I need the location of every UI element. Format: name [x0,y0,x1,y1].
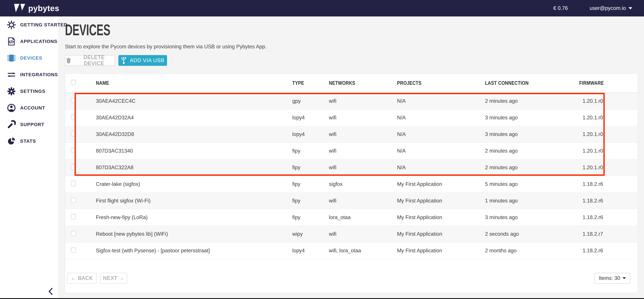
sidebar-item-stats[interactable]: STATS [0,133,58,150]
cell-name: 30AEA42D32A4 [96,115,292,121]
row-checkbox-cell [65,181,96,188]
column-header-type[interactable]: TYPE [292,80,329,86]
sidebar-item-settings[interactable]: SETTINGS [0,83,58,100]
row-checkbox-cell [65,148,96,154]
cell-last-connection: 5 minutes ago [485,181,579,187]
items-per-page-label: Items: 30 [599,275,620,281]
column-header-last-connection[interactable]: LAST CONNECTION [485,80,579,86]
sidebar-collapse-button[interactable] [47,288,54,295]
cell-firmware: 1.20.1.r0 [579,131,638,137]
cell-firmware: 1.18.2.r6 [579,181,638,187]
cell-name: 30AEA42CEC4C [96,98,292,104]
code-document-icon [7,37,16,46]
sidebar-item-label: APPLICATIONS [20,39,58,44]
cell-type: wipy [292,231,329,237]
cell-projects: My First Application [397,214,485,220]
add-via-usb-button[interactable]: ADD VIA USB [118,55,167,66]
sidebar-item-label: ACCOUNT [20,105,45,111]
row-checkbox[interactable] [71,131,76,136]
pie-chart-icon [7,137,16,146]
cell-last-connection: 2 months ago [485,248,579,254]
chip-icon [7,54,16,62]
main-content: DEVICES Start to explore the Pycom devic… [58,16,644,299]
table-row[interactable]: 807D3AC322A8fipywifiN/A2 minutes ago1.20… [65,159,638,176]
row-checkbox[interactable] [71,214,76,220]
table-row[interactable]: 30AEA42CEC4CgpywifiN/A2 minutes ago1.20.… [65,93,638,110]
row-checkbox[interactable] [71,247,76,253]
cell-networks: wifi [329,115,397,121]
cell-projects: My First Application [397,231,485,237]
cell-name: Crater-lake (sigfox) [96,181,292,187]
items-per-page-dropdown[interactable]: Items: 30 [594,273,630,284]
cell-projects: My First Application [397,181,485,187]
cell-last-connection: 2 minutes ago [485,98,579,104]
table-row[interactable]: 30AEA42D32A4lopy4wifiN/A3 minutes ago1.2… [65,110,638,126]
cell-last-connection: 2 minutes ago [485,164,579,170]
row-checkbox[interactable] [71,114,76,120]
row-checkbox-cell [65,164,96,171]
cell-projects: My First Application [397,198,485,204]
cell-name: Fresh-new-fipy (LoRa) [96,214,292,220]
pybytes-logo[interactable]: pybytes [14,4,59,13]
row-checkbox[interactable] [71,148,76,153]
sun-icon [7,20,16,29]
cell-name: 807D3AC322A8 [96,164,292,170]
devices-table-card: NAME TYPE NETWORKS PROJECTS LAST CONNECT… [65,74,638,293]
cell-projects: N/A [397,164,485,170]
sidebar: GETTING STARTED APPLICATIONS [0,16,58,299]
gear-icon [7,87,16,96]
sidebar-item-label: SETTINGS [20,89,45,94]
sidebar-item-applications[interactable]: APPLICATIONS [0,33,58,50]
cell-firmware: 1.18.2.r6 [579,198,638,204]
table-row[interactable]: 30AEA42D32D8lopy4wifiN/A3 minutes ago1.2… [65,126,638,143]
window-bottom-edge [0,298,644,299]
row-checkbox[interactable] [71,181,76,186]
row-checkbox[interactable] [71,231,76,236]
delete-device-button[interactable]: DELETE DEVICE [65,55,115,66]
table-row[interactable]: First flight sigfox (Wi-Fi)fipywifiMy Fi… [65,192,638,209]
table-row[interactable]: Reboot [new pybytes lib] (WiFi)wipywifiM… [65,226,638,242]
table-row[interactable]: Crater-lake (sigfox)fipysigfoxMy First A… [65,176,638,192]
column-header-networks[interactable]: NETWORKS [329,80,397,86]
cell-last-connection: 3 minutes ago [485,115,579,121]
sidebar-item-getting-started[interactable]: GETTING STARTED [0,16,58,33]
table-row[interactable]: Sigfox-test (with Pysense) - [pastoor pe… [65,242,638,259]
trash-icon [66,58,71,64]
table-body: 30AEA42CEC4CgpywifiN/A2 minutes ago1.20.… [65,93,638,259]
user-menu[interactable]: user@pycom.io [590,5,632,11]
sidebar-item-label: SUPPORT [20,122,44,127]
cell-last-connection: 1 minutes ago [485,198,579,204]
table-row[interactable]: Fresh-new-fipy (LoRa)fipylora_otaaMy Fir… [65,209,638,226]
column-header-firmware[interactable]: FIRMWARE [579,80,638,86]
sidebar-item-account[interactable]: ACCOUNT [0,100,58,116]
pagination: ← BACK NEXT → [67,273,127,284]
cell-name: Reboot [new pybytes lib] (WiFi) [96,231,292,237]
sidebar-item-integrations[interactable]: INTEGRATIONS [0,66,58,83]
back-button[interactable]: ← BACK [67,273,97,284]
row-checkbox[interactable] [71,198,76,203]
next-button[interactable]: NEXT → [100,273,127,284]
select-all-checkbox[interactable] [71,80,76,85]
sidebar-item-support[interactable]: SUPPORT [0,116,58,133]
sidebar-item-label: INTEGRATIONS [20,72,58,78]
user-icon [7,104,16,112]
cell-last-connection: 3 minutes ago [485,131,579,137]
page-subtitle: Start to explore the Pycom devices by pr… [65,44,644,50]
row-checkbox-cell [65,247,96,254]
column-header-projects[interactable]: PROJECTS [397,80,485,86]
cell-name: 30AEA42D32D8 [96,131,292,137]
row-checkbox-cell [65,214,96,221]
row-checkbox[interactable] [71,98,76,103]
cell-firmware: 1.20.1.r0 [579,164,638,170]
table-row[interactable]: 807D3AC31340fipywifiN/A2 minutes ago1.20… [65,143,638,159]
row-checkbox[interactable] [71,164,76,170]
account-balance[interactable]: € 0.76 [553,5,568,11]
cell-type: fipy [292,181,329,187]
cell-name: Sigfox-test (with Pysense) - [pastoor pe… [96,248,292,254]
sidebar-item-label: GETTING STARTED [20,22,68,28]
column-header-name[interactable]: NAME [96,80,292,86]
cell-last-connection: 2 minutes ago [485,148,579,154]
chevron-left-icon [48,288,53,295]
sidebar-item-devices[interactable]: DEVICES [0,50,58,66]
cell-type: gpy [292,98,329,104]
